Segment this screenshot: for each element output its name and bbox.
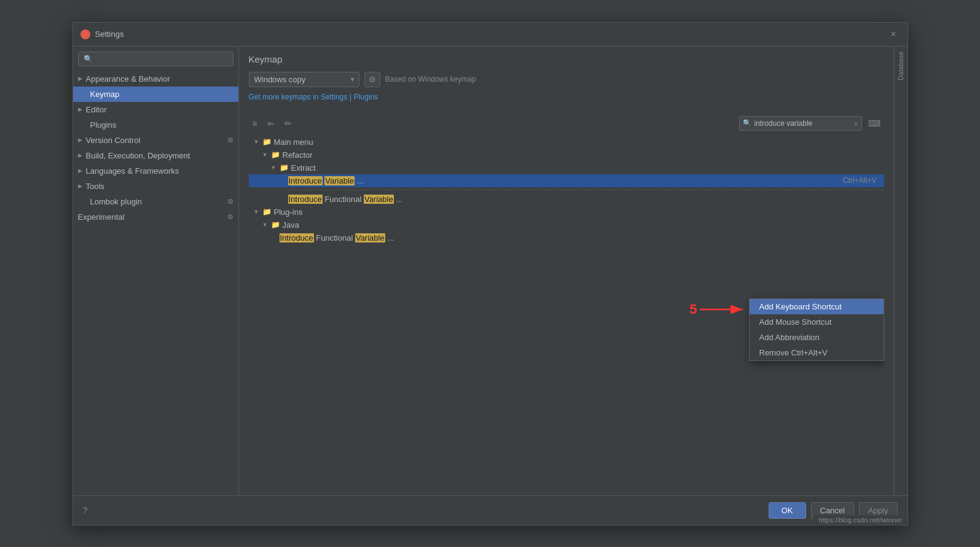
tree-node-introduce-functional-variable[interactable]: Introduce Functional Variable ...	[249, 193, 884, 206]
edit-button[interactable]: ✏	[281, 116, 296, 131]
help-button[interactable]: ?	[83, 505, 88, 515]
database-tab[interactable]: Database	[895, 47, 907, 85]
arrow-icon: ▶	[78, 183, 82, 189]
sidebar-label: Lombok plugin	[90, 197, 224, 206]
tree-node-plug-ins[interactable]: ▼ 📁 Plug-ins	[249, 206, 884, 219]
keymap-dropdown[interactable]: Windows copy Default Mac OS X Eclipse	[249, 72, 359, 87]
arrow-icon: ▶	[78, 168, 82, 174]
tree-arrow-icon: ▼	[254, 139, 262, 145]
highlight-introduce: Introduce	[288, 176, 323, 185]
based-on-label: Based on Windows keymap	[385, 75, 476, 83]
close-button[interactable]: ×	[887, 28, 900, 41]
dialog-body: ▶ Appearance & Behavior Keymap ▶ Editor …	[73, 47, 907, 495]
highlight-variable: Variable	[355, 233, 385, 242]
badge-icon: ⚙	[227, 136, 233, 144]
ok-button[interactable]: OK	[769, 502, 806, 519]
get-keymaps-link[interactable]: Get more keymaps in Settings	[249, 93, 348, 101]
context-menu-item-add-mouse-shortcut[interactable]: Add Mouse Shortcut	[750, 314, 884, 330]
main-panel: Keymap Windows copy Default Mac OS X Ecl…	[239, 47, 894, 495]
highlight-introduce: Introduce	[288, 195, 323, 204]
sidebar-label: Appearance & Behavior	[86, 74, 233, 83]
highlight-introduce: Introduce	[280, 233, 314, 242]
tree-node-label: Extract	[291, 163, 316, 173]
folder-icon: 📁	[271, 220, 280, 229]
sidebar-label: Experimental	[78, 212, 224, 222]
search-clear-button[interactable]: ×	[854, 120, 858, 127]
sidebar-label: Keymap	[90, 90, 233, 99]
sidebar-item-experimental[interactable]: Experimental ⚙	[73, 209, 238, 225]
tree-node-label: Java	[283, 220, 299, 230]
tree-node-label: Plug-ins	[274, 208, 303, 217]
folder-icon: 📁	[280, 163, 289, 172]
toolbar-row: ≡ ⇐ ✏ 🔍 × ⌨	[249, 116, 884, 131]
badge-icon: ⚙	[227, 198, 233, 206]
tree-node-label: Introduce Variable ...	[288, 176, 364, 185]
expand-all-button[interactable]: ≡	[249, 116, 261, 131]
context-menu-item-add-keyboard-shortcut[interactable]: Add Keyboard Shortcut	[750, 299, 884, 314]
right-panel: Database	[894, 47, 907, 495]
context-menu-item-remove-shortcut[interactable]: Remove Ctrl+Alt+V	[750, 345, 884, 360]
sidebar: ▶ Appearance & Behavior Keymap ▶ Editor …	[73, 47, 239, 495]
tree-node-java[interactable]: ▼ 📁 Java	[249, 219, 884, 231]
sidebar-search[interactable]	[78, 52, 233, 66]
search-area: 🔍 × ⌨	[739, 116, 884, 131]
title-left: Settings	[80, 29, 124, 39]
tree-arrow-icon: ▼	[262, 152, 271, 158]
sidebar-label: Build, Execution, Deployment	[86, 151, 233, 160]
keymap-tree: ▼ 📁 Main menu ▼ 📁 Refactor ▼ 📁 Extract	[249, 136, 884, 488]
tree-shortcut-label: Ctrl+Alt+V	[843, 176, 882, 185]
sidebar-item-lombok[interactable]: Lombok plugin ⚙	[73, 194, 238, 209]
status-bar-url: https://blog.csdn.net/iwinner	[813, 515, 907, 525]
keymap-dropdown-wrapper: Windows copy Default Mac OS X Eclipse ▼	[249, 72, 359, 87]
sidebar-label: Version Control	[86, 136, 141, 145]
tree-node-extract[interactable]: ▼ 📁 Extract	[249, 161, 884, 174]
sidebar-label: Plugins	[90, 120, 233, 130]
arrow-icon: ▶	[78, 137, 82, 143]
tree-node-label: Introduce Functional Variable ...	[288, 195, 403, 204]
keymap-gear-button[interactable]: ⚙	[364, 72, 380, 87]
titlebar: Settings ×	[73, 23, 907, 47]
folder-icon: 📁	[262, 138, 272, 146]
tree-node-refactor[interactable]: ▼ 📁 Refactor	[249, 149, 884, 161]
app-icon	[80, 29, 90, 39]
tree-node-introduce-variable[interactable]: Introduce Variable ... Ctrl+Alt+V	[249, 174, 884, 187]
highlight-variable: Variable	[364, 195, 394, 204]
find-shortcut-button[interactable]: ⌨	[864, 116, 884, 131]
settings-dialog: Settings × ▶ Appearance & Behavior Keyma…	[73, 22, 908, 526]
plugins-link[interactable]: Plugins	[354, 93, 378, 101]
collapse-all-button[interactable]: ⇐	[264, 116, 278, 131]
context-menu-item-add-abbreviation[interactable]: Add Abbreviation	[750, 330, 884, 345]
tree-node-main-menu[interactable]: ▼ 📁 Main menu	[249, 136, 884, 149]
arrow-icon: ▶	[78, 76, 82, 82]
annotation-number: 5	[689, 301, 697, 317]
annotation-arrow-container: 5	[689, 301, 748, 317]
tree-arrow-icon: ▼	[254, 209, 262, 215]
sidebar-item-tools[interactable]: ▶ Tools	[73, 179, 238, 194]
keymap-selector-row: Windows copy Default Mac OS X Eclipse ▼ …	[249, 72, 884, 87]
dialog-footer: ? OK Cancel Apply	[73, 495, 907, 525]
sidebar-item-keymap[interactable]: Keymap	[73, 87, 238, 102]
sidebar-item-appearance[interactable]: ▶ Appearance & Behavior	[73, 71, 238, 87]
sidebar-item-languages[interactable]: ▶ Languages & Frameworks	[73, 163, 238, 179]
highlight-variable: Variable	[324, 176, 355, 185]
folder-icon: 📁	[271, 150, 280, 159]
sidebar-item-plugins[interactable]: Plugins	[73, 117, 238, 133]
tree-arrow-icon: ▼	[271, 165, 280, 171]
tree-node-introduce-functional-variable2[interactable]: Introduce Functional Variable ...	[249, 231, 884, 244]
sidebar-item-version-control[interactable]: ▶ Version Control ⚙	[73, 133, 238, 148]
search-wrapper: 🔍 ×	[739, 116, 862, 131]
tree-node-label: Main menu	[274, 138, 313, 147]
annotation-arrow-svg	[700, 303, 749, 316]
sidebar-label: Editor	[86, 105, 233, 114]
keymap-search-input[interactable]	[739, 116, 862, 131]
arrow-icon: ▶	[78, 152, 82, 158]
context-menu: Add Keyboard Shortcut Add Mouse Shortcut…	[749, 298, 884, 361]
sidebar-label: Tools	[86, 182, 233, 191]
dialog-title: Settings	[95, 29, 124, 39]
badge-icon: ⚙	[227, 213, 233, 221]
sidebar-label: Languages & Frameworks	[86, 166, 233, 176]
sidebar-item-build[interactable]: ▶ Build, Execution, Deployment	[73, 148, 238, 163]
arrow-icon: ▶	[78, 106, 82, 112]
sidebar-item-editor[interactable]: ▶ Editor	[73, 102, 238, 117]
tree-separator	[249, 187, 884, 193]
